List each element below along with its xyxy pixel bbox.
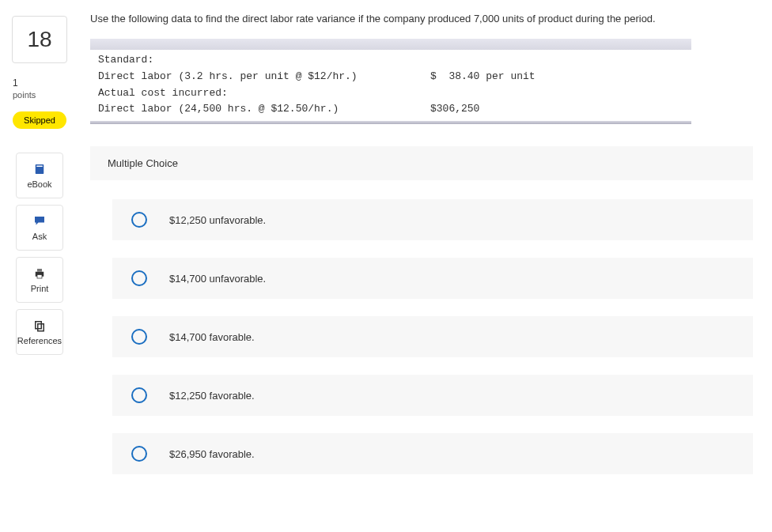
table-bottom-bar (90, 121, 691, 124)
cell (430, 52, 683, 69)
svg-rect-1 (36, 166, 43, 168)
option-2[interactable]: $14,700 unfavorable. (112, 258, 753, 299)
question-prompt: Use the following data to find the direc… (90, 13, 772, 25)
option-5[interactable]: $26,950 favorable. (112, 433, 753, 474)
table-row: Standard: (98, 52, 683, 69)
print-button[interactable]: Print (16, 257, 63, 303)
radio-icon (131, 329, 147, 345)
question-number: 18 (27, 27, 51, 52)
ebook-label: eBook (27, 179, 51, 189)
ask-button[interactable]: Ask (16, 205, 63, 251)
ask-label: Ask (32, 232, 47, 241)
table-row: Direct labor (24,500 hrs. @ $12.50/hr.) … (98, 101, 683, 118)
references-label: References (17, 336, 62, 345)
copy-icon (32, 319, 47, 333)
svg-rect-4 (37, 275, 42, 279)
radio-icon (131, 387, 147, 403)
main-content: Use the following data to find the direc… (79, 0, 772, 492)
cell: Direct labor (3.2 hrs. per unit @ $12/hr… (98, 69, 430, 85)
multiple-choice-label: Multiple Choice (90, 146, 753, 180)
status-badge: Skipped (13, 111, 66, 129)
printer-icon (32, 266, 47, 281)
points-label: points (13, 90, 36, 100)
question-number-box: 18 (12, 16, 67, 63)
option-3[interactable]: $14,700 favorable. (112, 316, 753, 357)
cell: Standard: (98, 52, 430, 69)
option-text: $12,250 unfavorable. (169, 214, 266, 226)
data-table: Standard: Direct labor (3.2 hrs. per uni… (90, 39, 772, 124)
print-label: Print (31, 284, 49, 293)
option-text: $14,700 favorable. (169, 331, 255, 343)
status-text: Skipped (24, 115, 55, 125)
option-4[interactable]: $12,250 favorable. (112, 375, 753, 416)
cell: Actual cost incurred: (98, 85, 430, 102)
option-text: $12,250 favorable. (169, 390, 255, 402)
references-button[interactable]: References (16, 309, 63, 355)
points: 1 points (13, 77, 36, 100)
option-text: $14,700 unfavorable. (169, 273, 266, 285)
book-icon (32, 162, 47, 176)
radio-icon (131, 212, 147, 228)
chat-icon (32, 214, 47, 228)
radio-icon (131, 270, 147, 286)
cell: $306,250 (430, 101, 683, 118)
points-value: 1 (13, 77, 36, 89)
cell: Direct labor (24,500 hrs. @ $12.50/hr.) (98, 101, 430, 118)
cell: $ 38.40 per unit (430, 69, 683, 85)
table-row: Direct labor (3.2 hrs. per unit @ $12/hr… (98, 69, 683, 85)
cell (430, 85, 683, 102)
table-row: Actual cost incurred: (98, 85, 683, 102)
sidebar: 18 1 points Skipped eBook Ask Print (0, 0, 79, 492)
options-list: $12,250 unfavorable. $14,700 unfavorable… (90, 199, 772, 492)
table-top-bar (90, 39, 691, 50)
ebook-button[interactable]: eBook (16, 153, 63, 198)
radio-icon (131, 446, 147, 462)
option-1[interactable]: $12,250 unfavorable. (112, 199, 753, 240)
mc-label-text: Multiple Choice (108, 157, 178, 169)
svg-rect-3 (37, 269, 42, 272)
option-text: $26,950 favorable. (169, 448, 255, 460)
